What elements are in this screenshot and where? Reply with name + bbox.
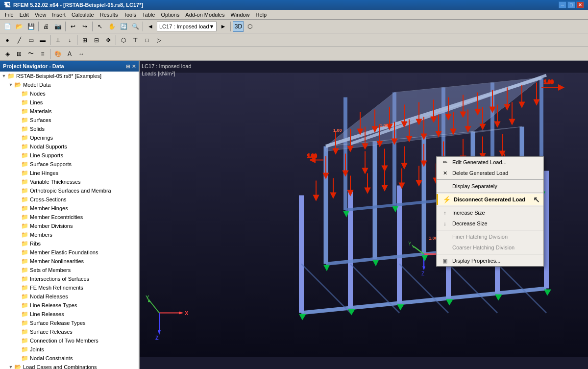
tree-member-nonlinearities[interactable]: 📁 Member Nonlinearities [0, 257, 139, 266]
menu-item-table[interactable]: Table [139, 11, 158, 19]
prev-lc-btn[interactable]: ◄ [145, 21, 156, 32]
ctx-edit-generated[interactable]: ✏ Edit Generated Load... [437, 157, 543, 168]
tree-member-elastic[interactable]: 📁 Member Elastic Foundations [0, 248, 139, 257]
screenshot-btn[interactable]: 📷 [52, 21, 63, 32]
tree-orthotropic[interactable]: 📁 Orthotropic Surfaces and Membra [0, 186, 139, 195]
dim-btn[interactable]: ↔ [76, 49, 87, 59]
tree-surface-release-types[interactable]: 📁 Surface Release Types [0, 319, 139, 327]
print-btn[interactable]: 🖨 [41, 21, 51, 32]
pan-btn[interactable]: ✥ [103, 35, 114, 46]
open-btn[interactable]: 📂 [14, 21, 24, 32]
mesh-btn[interactable]: ⊞ [14, 49, 24, 59]
tree-line-releases[interactable]: 📁 Line Releases [0, 310, 139, 319]
node-btn[interactable]: ● [2, 35, 13, 46]
tree-cross-sections[interactable]: 📁 Cross-Sections [0, 195, 139, 204]
menu-item-help[interactable]: Help [253, 11, 270, 19]
support-btn[interactable]: ⊥ [52, 35, 63, 46]
tree-openings[interactable]: 📁 Openings [0, 133, 139, 142]
tree-materials[interactable]: 📁 Materials [0, 107, 139, 116]
tree-ribs[interactable]: 📁 Ribs [0, 239, 139, 248]
lc-dropdown[interactable]: LC17 : Imposed load ▼ [157, 22, 217, 31]
view3d-btn[interactable]: 3D [233, 21, 244, 32]
menu-item-options[interactable]: Options [158, 11, 182, 19]
tree-root-item[interactable]: ▼ 📁 RSTAB-Beispiel-05.rs8* [Examples] [0, 72, 139, 80]
tree-joints[interactable]: 📁 Joints [0, 345, 139, 354]
tree-model-data[interactable]: ▼ 📂 Model Data [0, 80, 139, 89]
minimize-btn[interactable]: ─ [559, 1, 566, 8]
select-btn[interactable]: ↖ [95, 21, 105, 32]
tree-area[interactable]: ▼ 📁 RSTAB-Beispiel-05.rs8* [Examples] ▼ … [0, 72, 139, 369]
deform-btn[interactable]: 〜 [25, 49, 36, 59]
tree-lines[interactable]: 📁 Lines [0, 98, 139, 107]
tree-nodal-supports[interactable]: 📁 Nodal Supports [0, 142, 139, 151]
tree-connection-two-members[interactable]: 📁 Connection of Two Members [0, 336, 139, 345]
tree-sets-of-members[interactable]: 📁 Sets of Members [0, 266, 139, 274]
tree-variable-thicknesses[interactable]: 📁 Variable Thicknesses [0, 177, 139, 186]
ctx-delete-generated[interactable]: ✕ Delete Generated Load [437, 168, 543, 178]
tree-line-supports[interactable]: 📁 Line Supports [0, 151, 139, 160]
menu-item-view[interactable]: View [32, 11, 49, 19]
root-expander[interactable]: ▼ [1, 73, 7, 79]
tree-surface-releases[interactable]: 📁 Surface Releases [0, 327, 139, 336]
save-btn[interactable]: 💾 [25, 21, 36, 32]
tree-member-eccentricities[interactable]: 📁 Member Eccentricities [0, 213, 139, 221]
top-view-btn[interactable]: ⊤ [130, 35, 141, 46]
tree-line-release-types[interactable]: 📁 Line Release Types [0, 301, 139, 310]
surface-btn[interactable]: ▭ [25, 35, 36, 46]
label-btn[interactable]: A [64, 49, 75, 59]
tree-surfaces[interactable]: 📁 Surfaces [0, 116, 139, 124]
load-btn[interactable]: ↓ [64, 35, 75, 46]
menu-item-add-on-modules[interactable]: Add-on Modules [182, 11, 227, 19]
zoom-all-btn[interactable]: ⊞ [79, 35, 90, 46]
new-btn[interactable]: 📄 [2, 21, 13, 32]
next-lc-btn[interactable]: ► [218, 21, 228, 32]
menu-item-window[interactable]: Window [227, 11, 252, 19]
zoom-window-btn[interactable]: ⊟ [91, 35, 102, 46]
menu-item-edit[interactable]: Edit [17, 11, 32, 19]
tree-surface-supports[interactable]: 📁 Surface Supports [0, 160, 139, 169]
ctx-display-properties[interactable]: ▣ Display Properties... [437, 255, 543, 266]
menu-item-tools[interactable]: Tools [121, 11, 139, 19]
tree-fe-mesh[interactable]: 📁 FE Mesh Refinements [0, 283, 139, 292]
menu-item-results[interactable]: Results [97, 11, 121, 19]
tree-intersections[interactable]: 📁 Intersections of Surfaces [0, 274, 139, 283]
tree-load-cases-combinations[interactable]: ▼ 📂 Load Cases and Combinations [0, 363, 139, 369]
close-btn[interactable]: ✕ [576, 1, 584, 8]
ctx-disconnect-generated[interactable]: ⚡ Disconnect Generated Load ↖ [437, 194, 543, 205]
solid-btn[interactable]: ▬ [37, 35, 48, 46]
color-btn[interactable]: 🎨 [52, 49, 63, 59]
side-view-btn[interactable]: ▷ [153, 35, 164, 46]
tree-line-hinges[interactable]: 📁 Line Hinges [0, 169, 139, 177]
line-btn[interactable]: ╱ [14, 35, 24, 46]
tree-nodal-releases[interactable]: 📁 Nodal Releases [0, 292, 139, 301]
tree-member-divisions[interactable]: 📁 Member Divisions [0, 221, 139, 230]
ctx-increase-size[interactable]: ↑ Increase Size [437, 207, 543, 218]
redo-btn[interactable]: ↪ [79, 21, 90, 32]
tree-nodes[interactable]: 📁 Nodes [0, 89, 139, 98]
lcc-expander[interactable]: ▼ [8, 364, 14, 369]
move-btn[interactable]: ✋ [106, 21, 117, 32]
window-controls[interactable]: ─ □ ✕ [559, 1, 584, 8]
ctx-display-separately[interactable]: Display Separately [437, 181, 543, 192]
undo-btn[interactable]: ↩ [68, 21, 78, 32]
tree-solids[interactable]: 📁 Solids [0, 124, 139, 133]
menu-item-file[interactable]: File [2, 11, 17, 19]
tree-members[interactable]: 📁 Members [0, 230, 139, 239]
tree-member-hinges[interactable]: 📁 Member Hinges [0, 204, 139, 213]
viewport[interactable]: LC17 : Imposed load Loads [kN/m²] [140, 61, 588, 369]
ctx-decrease-size[interactable]: ↓ Decrease Size [437, 218, 543, 229]
model-data-expander[interactable]: ▼ [8, 82, 14, 88]
result-btn[interactable]: ≡ [37, 49, 48, 59]
render-btn[interactable]: ◈ [2, 49, 13, 59]
iso-view-btn[interactable]: ⬡ [118, 35, 129, 46]
front-view-btn[interactable]: □ [142, 35, 152, 46]
rotate-btn[interactable]: 🔄 [118, 21, 129, 32]
maximize-btn[interactable]: □ [567, 1, 575, 8]
wireframe-btn[interactable]: ⬡ [245, 21, 255, 32]
panel-expand-btn[interactable]: ⊞ [126, 64, 130, 69]
zoom-btn[interactable]: 🔍 [130, 21, 141, 32]
menu-item-insert[interactable]: Insert [49, 11, 69, 19]
tree-nodal-constraints[interactable]: 📁 Nodal Constraints [0, 354, 139, 363]
menu-item-calculate[interactable]: Calculate [69, 11, 97, 19]
panel-close-btn[interactable]: ✕ [132, 64, 136, 69]
